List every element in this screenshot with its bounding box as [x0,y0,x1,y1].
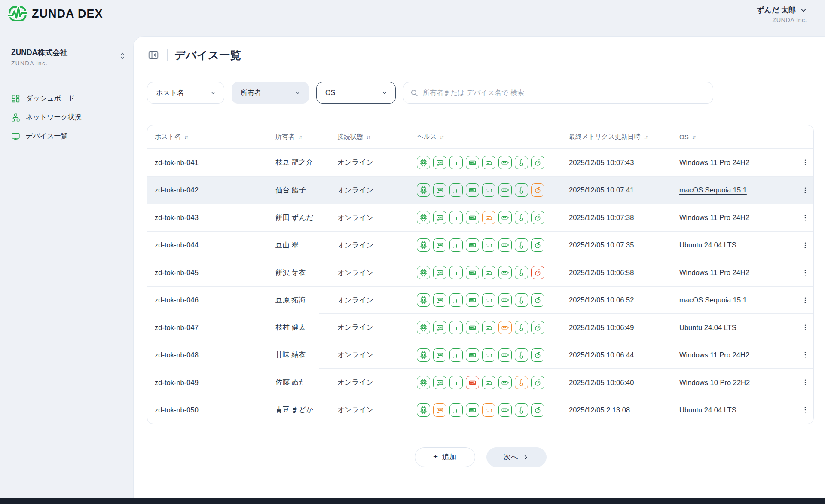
os-label: Ubuntu 24.04 LTS [679,406,736,414]
cpu-health-icon [417,266,430,279]
os-label: Windows 11 Pro 24H2 [679,159,749,166]
user-menu-trigger[interactable]: ずんだ 太郎 [757,5,807,15]
row-menu-button[interactable] [796,213,814,223]
gpu-health-icon [433,183,446,197]
signal-health-icon [449,376,463,389]
disk-health-icon [482,183,495,197]
search-box [403,82,713,104]
column-header-3[interactable]: 接続状態↓↑ [337,133,417,141]
column-label: 所有者 [275,133,295,141]
sort-icon[interactable]: ↓↑ [184,134,188,140]
row-menu-button[interactable] [796,186,814,195]
device-row[interactable]: zd-tok-nb-043餅田 ずんだオンライン2025/12/05 10:07… [147,204,813,231]
sidebar-item-dashboard[interactable]: ダッシュボード [0,89,133,108]
user-menu: ずんだ 太郎 ZUNDA Inc. [757,5,807,24]
row-menu-button[interactable] [796,158,814,167]
sidebar-item-network[interactable]: ネットワーク状況 [0,108,133,127]
sort-icon[interactable]: ↓↑ [692,134,696,140]
device-row[interactable]: zd-tok-nb-042仙台 餡子オンライン2025/12/05 10:07:… [147,176,813,204]
battery-health-icon [498,266,512,279]
row-menu-button[interactable] [796,268,814,278]
latency-health-icon [531,403,544,417]
title-divider [167,49,168,61]
sort-icon[interactable]: ↓↑ [366,134,370,140]
sidebar-item-devices[interactable]: デバイス一覧 [0,127,133,146]
top-bar: ZUNDA DEX ずんだ 太郎 ZUNDA Inc. [0,0,825,36]
host-name-cell: zd-tok-nb-047 [147,324,275,332]
battery-health-icon [498,321,512,334]
disk-health-icon [482,156,495,169]
device-row[interactable]: zd-tok-nb-041枝豆 龍之介オンライン2025/12/05 10:07… [147,149,813,176]
device-row[interactable]: zd-tok-nb-045餅沢 芽衣オンライン2025/12/05 10:06:… [147,259,813,286]
last-metrics-updated-cell: 2025/12/05 10:06:40 [569,379,679,387]
next-page-button[interactable]: 次へ [486,447,547,467]
row-menu-button[interactable] [796,241,814,250]
ram-health-icon [466,376,479,389]
sort-icon[interactable]: ↓↑ [440,134,443,140]
row-menu-button[interactable] [796,405,814,415]
latency-health-icon [531,183,544,197]
owner-cell: 甘味 結衣 [275,350,337,360]
column-label: ホスト名 [155,133,181,141]
device-row[interactable]: zd-tok-nb-046豆原 拓海オンライン2025/12/05 10:06:… [147,286,813,314]
battery-health-icon [498,348,512,362]
cpu-health-icon [417,321,430,334]
sort-icon[interactable]: ↓↑ [644,134,648,140]
host-name-cell: zd-tok-nb-050 [147,406,275,414]
column-header-2[interactable]: 所有者↓↑ [275,133,337,141]
add-device-button[interactable]: + 追加 [415,447,475,467]
owner-cell: 豆原 拓海 [275,296,337,305]
filter-hostname-dropdown[interactable]: ホスト名 [147,82,224,104]
cpu-health-icon [417,376,430,389]
device-row[interactable]: zd-tok-nb-048甘味 結衣オンライン2025/12/05 10:06:… [147,341,813,369]
gpu-health-icon [433,293,446,307]
cpu-health-icon [417,403,430,417]
last-metrics-updated-cell: 2025/12/05 2:13:08 [569,406,679,414]
connection-status-cell: オンライン [337,158,417,167]
latency-health-icon [531,376,544,389]
column-header-6[interactable]: OS↓↑ [679,133,796,141]
search-input[interactable] [423,89,706,97]
signal-health-icon [449,238,463,252]
os-label: Ubuntu 24.04 LTS [679,324,736,331]
device-row[interactable]: zd-tok-nb-044豆山 翠オンライン2025/12/05 10:07:3… [147,231,813,259]
connection-status-cell: オンライン [337,268,417,278]
device-row[interactable]: zd-tok-nb-050青豆 まどかオンライン2025/12/05 2:13:… [147,396,813,424]
sidebar-item-label: デバイス一覧 [26,132,68,141]
connection-status-cell: オンライン [337,241,417,250]
row-menu-button[interactable] [796,378,814,387]
last-metrics-updated-cell: 2025/12/05 10:06:58 [569,269,679,277]
org-subtitle: ZUNDA inc. [11,60,123,67]
temperature-health-icon [515,293,528,307]
os-link[interactable]: macOS Sequoia 15.1 [679,186,747,194]
latency-health-icon [531,266,544,279]
org-selector-icon[interactable] [119,52,125,62]
os-label: Windows 11 Pro 24H2 [679,351,749,359]
kebab-icon [801,323,809,332]
gpu-health-icon [433,266,446,279]
collapse-sidebar-icon[interactable] [147,49,160,61]
org-switcher[interactable]: ZUNDA株式会社 ZUNDA inc. [0,36,133,67]
filter-owner-label: 所有者 [241,89,261,98]
health-cell [417,183,569,197]
ram-health-icon [466,348,479,362]
row-menu-button[interactable] [796,350,814,360]
column-label: 接続状態 [337,133,363,141]
device-row[interactable]: zd-tok-nb-047枝村 健太オンライン2025/12/05 10:06:… [147,314,813,341]
temperature-health-icon [515,321,528,334]
disk-health-icon [482,266,495,279]
os-cell: macOS Sequoia 15.1 [679,296,796,304]
os-label: Windows 11 Pro 24H2 [679,269,749,276]
filter-os-dropdown[interactable]: OS [316,82,396,104]
temperature-health-icon [515,376,528,389]
device-row[interactable]: zd-tok-nb-049佐藤 ぬたオンライン2025/12/05 10:06:… [147,369,813,396]
column-header-1[interactable]: ホスト名↓↑ [147,133,275,141]
disk-health-icon [482,321,495,334]
row-menu-button[interactable] [796,296,814,305]
row-menu-button[interactable] [796,323,814,332]
user-name: ずんだ 太郎 [757,5,796,15]
sort-icon[interactable]: ↓↑ [298,134,302,140]
column-header-4[interactable]: ヘルス↓↑ [417,133,569,141]
column-header-5[interactable]: 最終メトリクス更新日時↓↑ [569,133,679,141]
filter-owner-dropdown[interactable]: 所有者 [232,82,309,104]
